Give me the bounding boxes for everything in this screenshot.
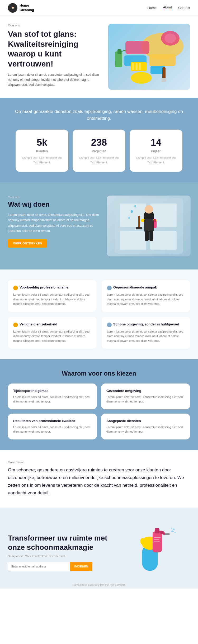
what-over-ons: Over ons [8, 196, 99, 199]
main-nav: Home About Contact [148, 5, 190, 10]
feature-icon-2 [13, 323, 18, 327]
what-we-do-section: Over ons Wat wij doen Lorem ipsum dolor … [0, 182, 198, 269]
hero-image-box [108, 24, 190, 90]
svg-rect-41 [155, 528, 159, 533]
logo-icon: 🏠 [8, 3, 17, 13]
stat-desc-awards: Sample text. Click to select the Text El… [135, 156, 177, 164]
svg-rect-48 [154, 539, 159, 540]
stat-number-projects: 238 [78, 137, 120, 148]
svg-point-34 [134, 205, 136, 207]
hero-over-ons: Over ons [8, 24, 103, 27]
svg-rect-42 [164, 533, 170, 535]
svg-point-10 [164, 34, 176, 43]
cta-email-input[interactable] [8, 562, 70, 571]
cta-bottom-sample: Sample text. Click to select the Text El… [0, 581, 198, 589]
why-card-desc-1: Lorem ipsum dolor sit amet, consetetur s… [106, 395, 185, 404]
svg-rect-1 [125, 41, 149, 54]
svg-rect-40 [153, 531, 162, 552]
feature-card-2: Veiligheid en zekerheid Lorem ipsum dolo… [8, 317, 96, 349]
stats-tagline: Op maat gemaakte diensten zoals tapijtre… [8, 108, 190, 122]
stat-number-awards: 14 [135, 137, 177, 148]
svg-rect-32 [149, 230, 153, 241]
stat-card-awards: 14 Prijzen Sample text. Click to select … [130, 130, 182, 172]
why-card-3: Aangepaste diensten Lorem ipsum dolor si… [101, 414, 190, 439]
svg-rect-3 [149, 54, 176, 66]
cta-submit-button[interactable]: INDIENEN [70, 562, 92, 571]
svg-rect-18 [120, 203, 146, 227]
svg-rect-47 [154, 537, 161, 538]
feature-desc-3: Lorem ipsum dolor sit amet, consetetur s… [107, 329, 185, 343]
what-description: Lorem ipsum dolor sit amet, consetetur s… [8, 212, 99, 234]
svg-point-14 [131, 72, 152, 84]
svg-rect-31 [145, 230, 149, 241]
hero-title: Van stof tot glans: Kwaliteitsreiniging … [8, 29, 103, 69]
feature-title-1: Gepersonaliseerde aanpak [107, 285, 185, 290]
why-card-title-3: Aangepaste diensten [106, 419, 185, 423]
svg-point-23 [145, 205, 153, 214]
svg-point-46 [171, 528, 172, 529]
logo-text: Home Cleaning [20, 3, 34, 12]
feature-card-1: Gepersonaliseerde aanpak Lorem ipsum dol… [102, 280, 190, 312]
feature-title-3: Schone omgeving, zonder schuldgevoel [107, 322, 185, 327]
stat-desc-projects: Sample text. Click to select the Text El… [78, 156, 120, 164]
why-card-title-2: Resultaten van professionele kwaliteit [13, 419, 92, 423]
why-card-1: Gezondere omgeving Lorem ipsum dolor sit… [101, 383, 190, 409]
svg-point-45 [174, 532, 176, 533]
feature-title-2: Veiligheid en zekerheid [13, 322, 91, 327]
hero-image [108, 24, 190, 90]
why-card-title-1: Gezondere omgeving [106, 389, 185, 393]
svg-rect-30 [144, 219, 154, 232]
svg-rect-16 [162, 78, 166, 82]
cta-text: Transformeer uw ruimte met onze schoonma… [8, 533, 108, 571]
what-text: Over ons Wat wij doen Lorem ipsum dolor … [8, 196, 99, 248]
svg-rect-21 [150, 231, 177, 250]
svg-rect-7 [139, 63, 141, 70]
why-section: Waarom voor ons kiezen Tijdbesparend gem… [0, 359, 198, 450]
svg-point-44 [173, 528, 175, 530]
svg-point-43 [171, 531, 174, 532]
svg-rect-12 [117, 49, 121, 54]
header: 🏠 Home Cleaning Home About Contact [0, 0, 198, 16]
why-card-desc-3: Lorem ipsum dolor sit amet, consetetur s… [106, 425, 185, 434]
feature-icon-1 [107, 286, 112, 290]
stat-number-clients: 5k [21, 137, 63, 148]
nav-about[interactable]: About [163, 5, 172, 10]
stat-label-clients: Klanten [21, 149, 63, 153]
features-section: Voorbeeldig professionalisme Lorem ipsum… [0, 269, 198, 359]
svg-rect-29 [136, 227, 142, 229]
nav-home[interactable]: Home [148, 6, 157, 10]
stats-cards: 5k Klanten Sample text. Click to select … [8, 130, 190, 172]
feature-desc-2: Lorem ipsum dolor sit amet, consetetur s… [13, 329, 91, 343]
stat-desc-clients: Sample text. Click to select the Text El… [21, 156, 63, 164]
why-card-title-0: Tijdbesparend gemak [13, 389, 92, 393]
feature-desc-1: Lorem ipsum dolor sit amet, consetetur s… [107, 292, 185, 306]
hero-description: Lorem ipsum dolor sit amet, consetetur s… [8, 72, 103, 88]
cta-title: Transformeer uw ruimte met onze schoonma… [8, 533, 108, 552]
nav-contact[interactable]: Contact [178, 6, 190, 10]
spray-bottle-illustration [121, 518, 179, 571]
hero-section: Over ons Van stof tot glans: Kwaliteitsr… [0, 16, 198, 98]
cleaning-supplies-illustration [110, 25, 189, 88]
discover-button[interactable]: MEER ONTDEKKEN [8, 239, 47, 248]
hero-text: Over ons Van stof tot glans: Kwaliteitsr… [8, 24, 108, 90]
svg-rect-49 [154, 541, 160, 542]
stats-section: Op maat gemaakte diensten zoals tapijtre… [0, 98, 198, 182]
stat-label-projects: Projecten [78, 149, 120, 153]
svg-point-35 [128, 217, 130, 219]
window-clean-image [107, 196, 191, 256]
svg-point-33 [131, 210, 133, 213]
feature-icon-0 [13, 286, 18, 290]
stat-label-awards: Prijzen [135, 149, 177, 153]
why-title: Waarom voor ons kiezen [8, 370, 190, 377]
feature-icon-3 [107, 323, 112, 327]
cta-section: Transformeer uw ruimte met onze schoonma… [0, 508, 198, 581]
stat-card-projects: 238 Projecten Sample text. Click to sele… [73, 130, 125, 172]
cta-sample-text: Sample text. Click to select the Text El… [8, 555, 108, 558]
feature-card-3: Schone omgeving, zonder schuldgevoel Lor… [102, 317, 190, 349]
mission-label: Onze missie [8, 461, 190, 464]
svg-rect-27 [154, 219, 156, 222]
logo: 🏠 Home Cleaning [8, 3, 34, 13]
what-title: Wat wij doen [8, 200, 99, 209]
svg-line-13 [121, 50, 125, 51]
stat-card-clients: 5k Klanten Sample text. Click to select … [16, 130, 68, 172]
